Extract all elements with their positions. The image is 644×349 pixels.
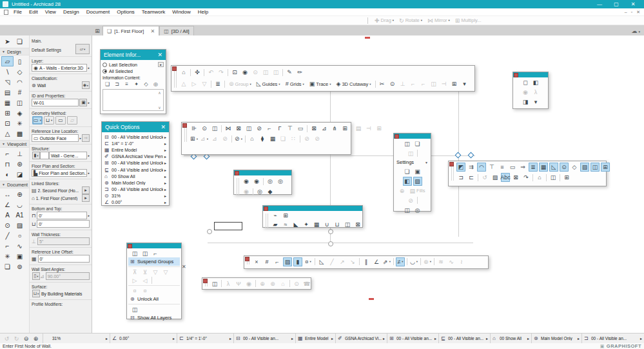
bisector-constraint-icon[interactable]: ⇗▾ <box>382 257 391 266</box>
group-menu-icon[interactable]: ⊚Group▾ <box>227 79 253 88</box>
floor-plan-canvas[interactable]: ✕ Element Infor... ✕ Last Selection ▸ Al… <box>92 35 644 333</box>
fps-popup-icon[interactable]: ▸ <box>88 171 90 175</box>
justify-right-icon[interactable]: ⊏ <box>467 173 476 182</box>
find-elements-icon[interactable]: ⊙ <box>200 124 209 133</box>
maximize-button[interactable]: ▢ <box>608 1 625 7</box>
qo-scale[interactable]: ⊏1/4" = 1'-0"▸ <box>102 140 168 146</box>
hatch-anno-icon[interactable]: ▦ <box>539 163 548 172</box>
story-up-icon[interactable]: △ <box>179 79 188 88</box>
fill-anno-icon[interactable]: ▨ <box>580 163 589 172</box>
arc-wall-icon[interactable]: ◠ <box>477 163 486 172</box>
qo-layer-combination[interactable]: ⊟00 - All Visible and Unlocked▸ <box>102 134 168 140</box>
zoom-window-icon[interactable]: ⊡ <box>230 68 239 77</box>
reference-line-field[interactable]: ▭ Outside Face <box>32 134 79 142</box>
doc-close-icon[interactable]: ✕ <box>636 10 640 15</box>
top-offset-input[interactable]: 0' <box>37 212 87 219</box>
text-tool-icon[interactable]: A <box>1 210 14 220</box>
threed-more-icon[interactable]: ▾ <box>531 97 540 106</box>
slant-type-button[interactable]: ▯▾ <box>32 272 40 280</box>
show-all-eyes-icon[interactable]: ◉ <box>242 177 251 186</box>
wave-a-icon[interactable]: ≋ <box>436 257 445 266</box>
tab-close-icon[interactable]: ✕ <box>150 28 155 34</box>
multiply-edit-icon[interactable]: ⊞ <box>340 124 349 133</box>
angle-constraint-icon[interactable]: ∠ <box>372 257 381 266</box>
book-anno-icon[interactable]: ◫ <box>549 173 558 182</box>
qo-zoom[interactable]: ⊙31%▸ <box>102 193 168 199</box>
rotate-text-icon[interactable]: ↺ <box>480 173 489 182</box>
offset-constraint-icon[interactable]: ⊛▾ <box>423 257 432 266</box>
paint-attr-icon[interactable]: ⊔ <box>333 220 342 229</box>
element-id-input[interactable]: W-01 <box>32 99 79 106</box>
palette-title-bar[interactable]: Element Infor... ✕ <box>101 50 166 60</box>
previous-view-icon[interactable]: ◫ <box>261 68 270 77</box>
profiles-attr-icon[interactable]: ◫ <box>343 220 352 229</box>
undo-icon[interactable]: ↶ <box>206 68 215 77</box>
hotspot-marker[interactable] <box>455 152 462 159</box>
home-media-icon[interactable]: ⌂ <box>278 279 288 288</box>
surfaces-attr-icon[interactable]: ∪ <box>322 220 331 229</box>
update-view-icon[interactable]: ⊘ <box>406 196 415 205</box>
pan-icon[interactable]: ✜ <box>193 68 202 77</box>
angle-dimension-tool-icon[interactable]: ∠ <box>1 199 14 210</box>
layers-dialog-icon[interactable]: ◫ <box>130 305 139 314</box>
sb-renovation[interactable]: ⌂00 Show All▸ <box>490 334 531 343</box>
guide-lines-icon[interactable]: ▨ <box>283 257 292 266</box>
scrollbar[interactable]: ∧∨ <box>157 90 162 110</box>
home-icon[interactable]: ⌂ <box>179 68 188 77</box>
next-view-icon[interactable]: ◫ <box>271 68 280 77</box>
frame-text-icon[interactable]: ⊠ <box>511 173 520 182</box>
info-surface-icon[interactable]: ✦ <box>132 81 141 88</box>
home-anno-icon[interactable]: ⌂ <box>535 173 544 182</box>
palette-title-bar[interactable]: Quick Options ✕ <box>102 122 169 132</box>
close-icon[interactable]: ✕ <box>161 124 166 130</box>
section-tool-icon[interactable]: ⌐ <box>1 148 14 159</box>
composites-icon[interactable]: ≈ <box>281 220 290 229</box>
zoom-previous-icon[interactable]: ↺ <box>3 334 11 343</box>
toolbox-section-design[interactable]: ▼ Design <box>0 48 29 55</box>
fill-tool-icon[interactable]: ▨ <box>14 220 26 230</box>
change-tool-icon[interactable]: ⊚ <box>14 261 26 272</box>
autotext-icon[interactable]: Abc <box>501 173 510 182</box>
look-to-icon[interactable]: ◉ <box>521 88 530 97</box>
info-size-icon[interactable]: ◇ <box>142 81 150 88</box>
doc-restore-icon[interactable]: ▫ <box>631 10 632 14</box>
palette-menu-icon[interactable]: ▸ <box>158 62 164 67</box>
snap-points-icon[interactable]: × <box>252 257 261 266</box>
split-edit-icon[interactable]: ⋈ <box>224 124 233 133</box>
palette-close-icon[interactable]: ✕ <box>182 264 186 270</box>
close-button[interactable]: ✕ <box>625 1 641 7</box>
curve-constraint-icon[interactable]: ◡▾ <box>409 257 418 266</box>
info-location-icon[interactable]: ◎ <box>151 81 160 88</box>
axonometry-icon[interactable]: ◻ <box>521 78 530 87</box>
spline-tool-icon[interactable]: ∿ <box>14 241 26 251</box>
sb-layers[interactable]: ⊟00 - All Visible an...▸ <box>233 334 295 343</box>
perspective-icon[interactable]: ◧ <box>531 78 540 87</box>
palette-title-bar[interactable] <box>127 243 181 248</box>
skylight-tool-icon[interactable]: ◈ <box>14 108 26 118</box>
floor-plan-section-field[interactable]: ▙ Floor Plan and Section... <box>32 169 87 177</box>
refline-popup-icon[interactable]: ▸ <box>79 136 81 140</box>
drag-cmd-icon[interactable]: ✚Drag▾ <box>373 16 396 25</box>
multiply-cmd-icon[interactable]: ⊞Multiply... <box>453 16 483 25</box>
menu-view[interactable]: View <box>45 9 56 15</box>
line-tool-icon[interactable]: ╱ <box>1 230 14 241</box>
save-visibility-icon[interactable]: ◆ <box>266 187 275 196</box>
link-b-icon[interactable]: ⊘ <box>313 134 322 143</box>
align-icon[interactable]: ⊣ <box>440 79 449 88</box>
fill-types-icon[interactable]: ◣ <box>291 220 300 229</box>
qo-dimensions[interactable]: ⊐00 - All Visible and Unlocked▸ <box>102 186 168 193</box>
door-tool-icon[interactable]: ◫ <box>14 97 26 108</box>
classification-button[interactable]: ◈▸ <box>82 81 90 89</box>
stretch-edit-icon[interactable]: ▭ <box>296 124 305 133</box>
get-view-parameters-icon[interactable]: ⊕ <box>398 186 407 195</box>
more-edit-icon[interactable]: ⊞ <box>450 79 459 88</box>
gm-single-icon[interactable]: ▭▾ <box>32 116 43 125</box>
toolbar-close-icon[interactable] <box>514 73 518 77</box>
morph-tool-icon[interactable]: △ <box>1 128 14 139</box>
drawing-tool-icon[interactable]: ❏ <box>1 261 14 272</box>
qo-pen-set[interactable]: ✐GSNA Archicad View Pens▸ <box>102 154 168 160</box>
gm-chained-icon[interactable]: ⊔▾ <box>44 116 54 125</box>
structure-field[interactable]: Wall - Gene... <box>49 152 87 159</box>
zone-tool-icon[interactable]: ⊙ <box>1 220 14 230</box>
microphone-icon[interactable]: Ψ <box>234 279 243 288</box>
